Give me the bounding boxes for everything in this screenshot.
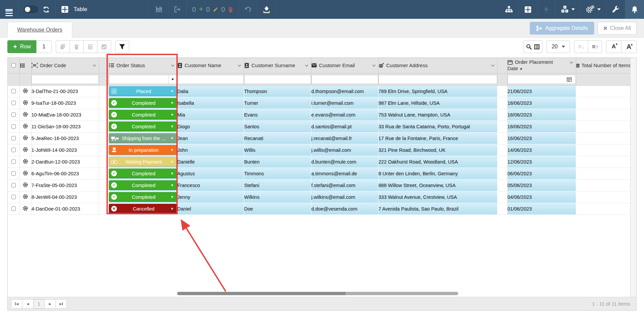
filter-status-dropdown-button[interactable] <box>169 75 177 84</box>
vertical-scrollbar-track[interactable] <box>630 58 636 297</box>
add-row-count[interactable]: 1 <box>36 40 52 53</box>
row-checkbox[interactable] <box>11 136 16 140</box>
row-settings-gear-icon[interactable] <box>23 147 28 152</box>
column-header-customer-name[interactable]: Customer Name <box>177 58 244 73</box>
row-settings-gear-icon[interactable] <box>23 111 28 117</box>
row-checkbox[interactable] <box>11 195 16 199</box>
column-header-total-items[interactable]: Total Number of Items <box>576 58 631 73</box>
filter-customer-name-input[interactable] <box>177 75 244 84</box>
next-page-button[interactable]: ▶ <box>44 299 56 309</box>
page-size-select[interactable]: 20 <box>547 40 570 53</box>
column-header-customer-surname[interactable]: Customer Surname <box>244 58 311 73</box>
filter-order-code-input[interactable] <box>32 75 99 84</box>
status-button[interactable]: Waiting Payment ▼ <box>109 157 177 167</box>
row-settings-gear-icon[interactable] <box>23 194 28 199</box>
filter-customer-address-input[interactable] <box>379 75 497 84</box>
row-checkbox[interactable] <box>11 101 16 105</box>
column-header-customer-address[interactable]: Customer Address <box>378 58 497 73</box>
status-button[interactable]: Completed ▼ <box>109 180 177 190</box>
aggregate-details-button[interactable]: Aggregate Details <box>530 22 594 35</box>
filter-customer-surname-input[interactable] <box>244 75 311 84</box>
row-settings-gear-icon[interactable] <box>23 135 28 141</box>
chevron-down-icon[interactable] <box>490 63 495 68</box>
chevron-down-icon[interactable] <box>372 63 376 68</box>
sort-descending-button[interactable]: ≡↓ <box>574 40 588 53</box>
row-settings-gear-icon[interactable] <box>23 182 28 188</box>
settings-gears-menu[interactable] <box>581 0 606 19</box>
filter-button[interactable] <box>115 40 129 53</box>
status-button[interactable]: Cancelled ▼ <box>109 204 177 214</box>
copy-rows-button[interactable] <box>56 40 70 53</box>
status-button[interactable]: Completed ▼ <box>109 110 177 120</box>
mode-toggle-switch[interactable] <box>24 6 38 13</box>
column-header-order-status[interactable]: Order Status <box>109 58 177 73</box>
last-page-button[interactable]: ▶ <box>55 299 67 309</box>
status-caret-icon: ▼ <box>171 125 174 128</box>
horizontal-scrollbar-thumb[interactable] <box>177 292 347 295</box>
row-settings-gear-icon[interactable] <box>23 159 28 164</box>
previous-page-button[interactable]: ◀ <box>22 299 34 309</box>
chevron-down-icon[interactable] <box>569 60 574 65</box>
row-checkbox[interactable] <box>11 207 16 211</box>
status-button[interactable]: In preparation ▼ <box>109 145 177 155</box>
column-header-order-placement-date[interactable]: Order Placement Date▼ <box>507 58 576 73</box>
select-all-header[interactable] <box>8 58 19 73</box>
row-settings-gear-icon[interactable] <box>23 170 28 176</box>
search-columns-button[interactable] <box>523 40 543 53</box>
status-button[interactable]: Completed ▼ <box>109 192 177 202</box>
close-all-button[interactable]: × Close All <box>598 22 637 35</box>
export-icon[interactable] <box>168 0 186 19</box>
menu-hamburger-icon[interactable] <box>0 0 18 19</box>
upload-icon[interactable] <box>257 0 276 19</box>
select-all-button[interactable] <box>97 40 111 53</box>
row-settings-gear-icon[interactable] <box>23 88 28 94</box>
font-larger-button[interactable]: A▲ <box>621 40 637 53</box>
delete-rows-button[interactable] <box>70 40 84 53</box>
chevron-down-icon[interactable] <box>92 63 97 68</box>
chevron-down-icon[interactable] <box>170 63 175 68</box>
status-button[interactable]: Shipping from the ... ▼ <box>109 133 177 143</box>
row-checkbox[interactable] <box>11 183 16 187</box>
row-checkbox[interactable] <box>11 112 16 117</box>
filter-customer-email-input[interactable] <box>311 75 378 84</box>
first-page-button[interactable]: ◀ <box>11 299 23 309</box>
row-checkbox[interactable] <box>11 89 16 93</box>
calculator-button[interactable] <box>83 40 97 53</box>
status-button[interactable]: Placed ▼ <box>109 86 177 96</box>
column-header-order-code[interactable]: Order Code <box>31 58 99 73</box>
row-checkbox[interactable] <box>11 160 16 164</box>
status-button[interactable]: Completed ▼ <box>109 169 177 178</box>
row-settings-gear-icon[interactable] <box>23 123 28 129</box>
save-icon[interactable] <box>150 0 168 19</box>
calendar-picker-icon[interactable] <box>567 77 572 82</box>
chevron-down-icon[interactable] <box>304 63 309 68</box>
status-button[interactable]: Completed ▼ <box>109 122 177 131</box>
row-settings-gear-icon[interactable] <box>23 100 28 105</box>
horizontal-scrollbar-thumb-secondary[interactable] <box>345 292 458 295</box>
tab-warehouse-orders[interactable]: Warehouse Orders <box>7 22 72 38</box>
notifications-bell-icon[interactable] <box>625 0 644 19</box>
undo-icon[interactable] <box>239 0 257 19</box>
lightning-icon[interactable] <box>538 0 555 19</box>
status-button[interactable]: Completed ▼ <box>109 98 177 108</box>
blank-cell <box>99 144 109 156</box>
column-header-customer-email[interactable]: Customer Email <box>311 58 378 73</box>
row-checkbox[interactable] <box>11 124 16 129</box>
table-tab[interactable]: Table <box>55 0 149 19</box>
modules-dice-menu[interactable] <box>555 0 580 19</box>
select-all-checkbox[interactable] <box>11 63 16 67</box>
wrench-icon[interactable] <box>606 0 625 19</box>
filter-date-input[interactable] <box>508 75 576 84</box>
sort-ascending-button[interactable]: ≡↑ <box>588 40 602 53</box>
row-checkbox[interactable] <box>11 148 16 152</box>
row-settings-gear-icon[interactable] <box>23 206 28 211</box>
refresh-icon[interactable] <box>43 6 50 13</box>
row-checkbox[interactable] <box>11 171 16 176</box>
filter-order-status-input[interactable] <box>109 75 169 84</box>
font-smaller-button[interactable]: A▼ <box>606 40 621 53</box>
current-page-button[interactable]: 1 <box>33 299 45 309</box>
sitemap-icon[interactable] <box>500 0 518 19</box>
add-row-button[interactable]: + Row <box>7 40 37 53</box>
tables-icon[interactable] <box>519 0 537 19</box>
chevron-down-icon[interactable] <box>237 63 242 68</box>
